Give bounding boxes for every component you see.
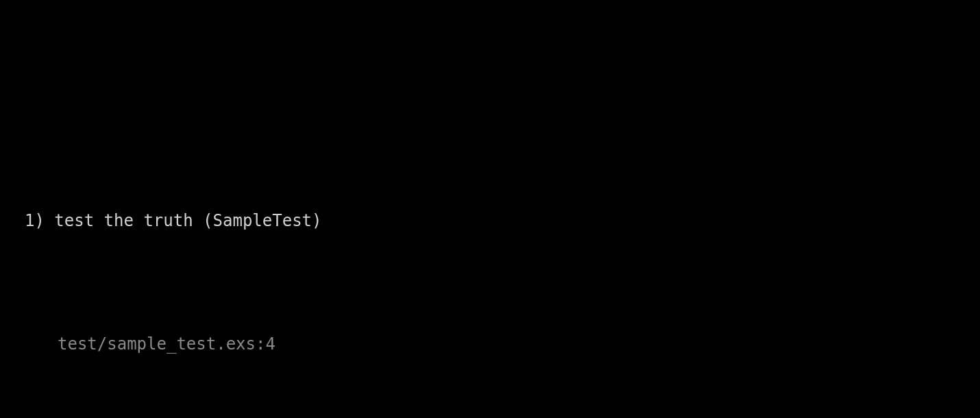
test-location: test/sample_test.exs:4 bbox=[0, 332, 980, 356]
terminal-output[interactable]: 1) test the truth (SampleTest) test/samp… bbox=[0, 99, 980, 418]
test-title: test the truth (SampleTest) bbox=[54, 211, 321, 230]
test-header-line: 1) test the truth (SampleTest) bbox=[0, 208, 980, 233]
test-number: 1) bbox=[25, 211, 54, 230]
